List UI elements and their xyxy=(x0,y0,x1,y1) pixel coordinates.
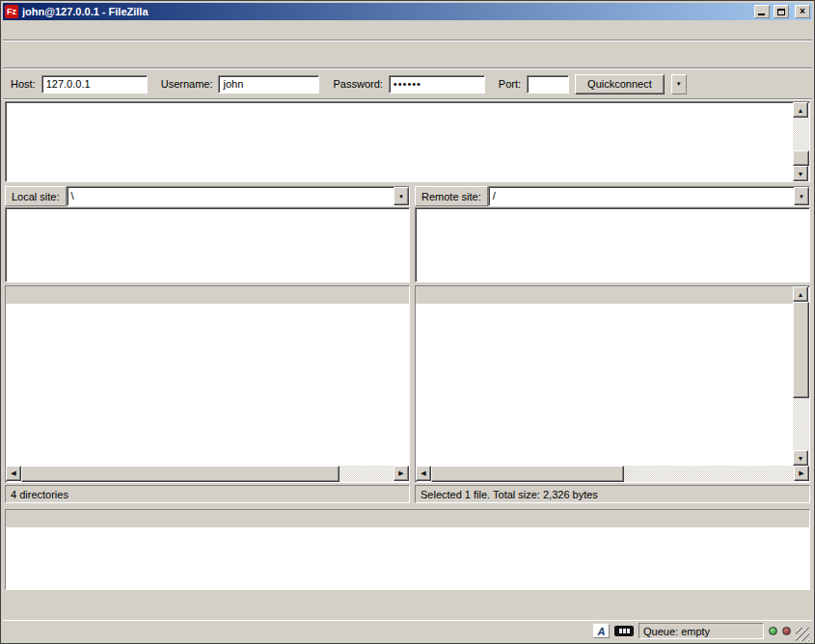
username-input[interactable] xyxy=(218,75,319,94)
host-label: Host: xyxy=(11,78,36,90)
local-pane: Local site: \ ▼ ◀ xyxy=(5,186,410,505)
menu-bar xyxy=(3,20,812,40)
send-indicator-led xyxy=(782,627,791,635)
close-button[interactable]: × xyxy=(795,5,810,18)
queue-body[interactable] xyxy=(6,527,809,589)
quickconnect-bar: Host: Username: Password: Port: Quickcon… xyxy=(3,69,812,98)
remote-status-text: Selected 1 file. Total size: 2,326 bytes xyxy=(415,485,810,503)
local-list-body xyxy=(6,304,409,466)
remote-directory-tree xyxy=(415,207,810,282)
message-log-lines xyxy=(6,102,793,181)
queue-tabs xyxy=(3,590,812,611)
scroll-track[interactable] xyxy=(431,466,794,482)
local-site-combobox[interactable]: \ ▼ xyxy=(67,186,410,206)
scroll-right-button[interactable]: ▶ xyxy=(794,466,809,481)
speed-limit-icon[interactable] xyxy=(614,626,634,636)
log-scrollbar[interactable]: ▲ ▼ xyxy=(793,102,809,181)
filezilla-window: Fz john@127.0.0.1 - FileZilla × Host: Us… xyxy=(0,0,815,644)
scroll-up-button[interactable]: ▲ xyxy=(793,102,808,118)
transfer-queue xyxy=(5,509,810,590)
scroll-left-button[interactable]: ◀ xyxy=(416,466,431,481)
chevron-down-icon[interactable]: ▼ xyxy=(794,187,809,205)
filezilla-logo-icon: Fz xyxy=(5,5,18,18)
local-site-value: \ xyxy=(68,187,394,205)
scroll-down-button[interactable]: ▼ xyxy=(793,166,808,181)
remote-site-combobox[interactable]: / ▼ xyxy=(488,186,810,206)
quickconnect-dropdown-button[interactable]: ▼ xyxy=(671,74,687,94)
scroll-track[interactable] xyxy=(793,302,809,450)
scroll-track[interactable] xyxy=(793,118,809,166)
remote-site-value: / xyxy=(489,187,794,205)
browser-panes: Local site: \ ▼ ◀ xyxy=(3,186,812,505)
message-log: ▲ ▼ xyxy=(5,101,810,182)
transfer-type-icon[interactable]: A xyxy=(593,624,610,638)
port-input[interactable] xyxy=(527,75,569,94)
password-label: Password: xyxy=(333,78,382,90)
remote-pane: Remote site: / ▼ ▲ xyxy=(415,186,810,505)
queue-header xyxy=(6,510,809,527)
window-title: john@127.0.0.1 - FileZilla xyxy=(22,6,750,17)
local-site-label: Local site: xyxy=(5,186,67,206)
maximize-button[interactable] xyxy=(774,5,789,18)
scroll-left-button[interactable]: ◀ xyxy=(6,466,21,481)
remote-horizontal-scrollbar[interactable]: ◀ ▶ xyxy=(416,466,809,482)
maximize-icon xyxy=(777,9,785,15)
receive-indicator-led xyxy=(769,627,777,635)
local-status-text: 4 directories xyxy=(5,485,410,503)
remote-vertical-scrollbar[interactable]: ▲ ▼ xyxy=(793,286,809,466)
scroll-up-button[interactable]: ▲ xyxy=(793,286,808,302)
toolbar xyxy=(3,41,812,67)
remote-file-list: ▲ ▼ ◀ ▶ xyxy=(415,285,810,483)
scroll-thumb[interactable] xyxy=(793,150,809,166)
remote-site-label: Remote site: xyxy=(415,186,488,206)
scroll-thumb[interactable] xyxy=(793,302,809,398)
queue-status-field: Queue: empty xyxy=(638,623,764,639)
password-input[interactable] xyxy=(389,75,485,94)
scroll-track[interactable] xyxy=(21,466,394,482)
minimize-button[interactable] xyxy=(754,5,770,18)
minimize-icon xyxy=(758,13,765,15)
scroll-thumb[interactable] xyxy=(431,466,624,482)
scroll-right-button[interactable]: ▶ xyxy=(394,466,409,481)
local-horizontal-scrollbar[interactable]: ◀ ▶ xyxy=(6,466,409,482)
local-file-list: ◀ ▶ xyxy=(5,285,410,483)
local-list-header xyxy=(6,286,409,304)
status-bar: A Queue: empty xyxy=(3,620,812,641)
spacer xyxy=(3,611,812,620)
chevron-down-icon[interactable]: ▼ xyxy=(394,187,409,205)
scroll-down-button[interactable]: ▼ xyxy=(793,450,808,466)
resize-grip[interactable] xyxy=(796,628,809,641)
titlebar[interactable]: Fz john@127.0.0.1 - FileZilla × xyxy=(3,3,812,20)
remote-list-header xyxy=(416,286,793,304)
local-directory-tree xyxy=(5,207,410,282)
host-input[interactable] xyxy=(41,75,148,94)
username-label: Username: xyxy=(161,78,213,90)
remote-list-body xyxy=(416,304,793,466)
port-label: Port: xyxy=(499,78,521,90)
close-icon: × xyxy=(800,7,805,16)
scroll-thumb[interactable] xyxy=(21,466,340,482)
divider xyxy=(3,98,812,100)
quickconnect-button[interactable]: Quickconnect xyxy=(575,74,665,94)
